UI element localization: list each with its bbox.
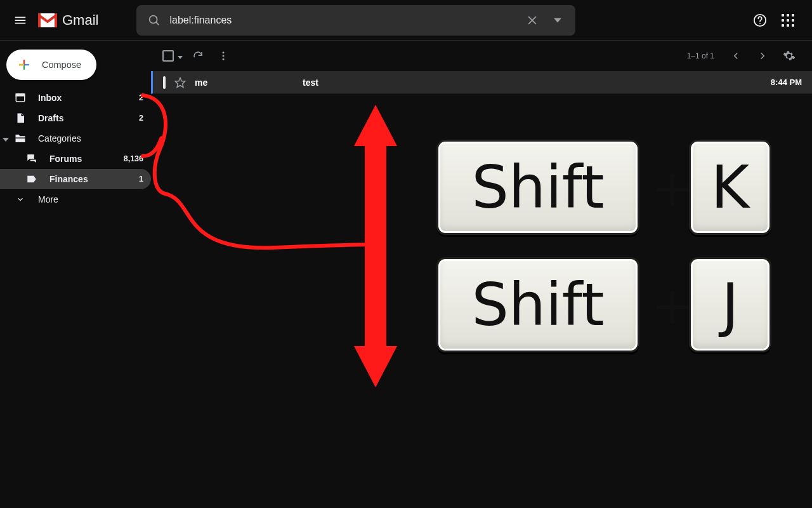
sidebar-item-more[interactable]: More — [0, 189, 151, 210]
sidebar-item-count: 2 — [139, 114, 143, 123]
sidebar-item-finances[interactable]: Finances 1 — [0, 169, 151, 189]
sidebar-item-categories[interactable]: Categories — [0, 128, 151, 149]
search-input[interactable] — [167, 15, 520, 26]
refresh-button[interactable] — [185, 43, 211, 69]
close-icon — [526, 14, 539, 27]
header: Gmail — [0, 0, 812, 41]
prev-page-button[interactable] — [723, 43, 749, 69]
settings-button[interactable] — [776, 43, 802, 69]
email-time: 8:44 PM — [771, 77, 802, 87]
sidebar-item-forums[interactable]: Forums 8,136 — [0, 149, 151, 169]
help-icon — [753, 13, 767, 27]
pagination-count: 1–1 of 1 — [687, 51, 714, 60]
svg-point-12 — [223, 55, 225, 57]
sidebar: Compose Inbox 2 Drafts 2 — [0, 41, 151, 508]
plus-icon — [15, 56, 33, 74]
email-sender: me — [195, 77, 303, 88]
categories-icon — [14, 132, 27, 145]
sidebar-item-count: 1 — [139, 175, 143, 184]
support-button[interactable] — [746, 6, 774, 34]
google-apps-button[interactable] — [774, 6, 802, 34]
row-star-button[interactable] — [174, 77, 186, 88]
svg-point-13 — [223, 58, 225, 60]
sidebar-item-drafts[interactable]: Drafts 2 — [0, 108, 151, 128]
caret-down-icon — [554, 17, 561, 24]
checkbox-icon — [163, 76, 166, 89]
caret-down-icon — [3, 133, 11, 144]
search-button[interactable] — [141, 8, 167, 33]
mail-toolbar: 1–1 of 1 — [151, 41, 812, 71]
refresh-icon — [192, 50, 204, 62]
gmail-logo-icon — [38, 13, 57, 27]
svg-rect-10 — [16, 94, 25, 96]
caret-down-icon — [178, 50, 183, 62]
main-menu-button[interactable] — [5, 5, 36, 36]
forums-icon — [25, 152, 38, 165]
search-clear-button[interactable] — [520, 8, 545, 33]
chevron-down-icon — [14, 193, 27, 206]
email-subject: test — [303, 77, 771, 88]
search-bar — [136, 5, 575, 36]
checkbox-icon — [162, 50, 174, 62]
svg-rect-2 — [55, 13, 57, 27]
sidebar-item-label: Finances — [49, 174, 139, 184]
svg-point-8 — [759, 23, 761, 24]
gear-icon — [783, 50, 796, 62]
hamburger-icon — [13, 13, 27, 27]
apps-grid-icon — [782, 14, 794, 27]
svg-line-4 — [156, 22, 159, 24]
row-checkbox[interactable] — [163, 77, 166, 88]
more-vert-icon — [218, 50, 229, 62]
sidebar-item-inbox[interactable]: Inbox 2 — [0, 88, 151, 108]
main-panel: 1–1 of 1 me test 8:44 PM — [151, 41, 812, 508]
email-row[interactable]: me test 8:44 PM — [151, 71, 812, 94]
sidebar-item-count: 8,136 — [124, 154, 143, 163]
select-all-checkbox[interactable] — [160, 43, 185, 69]
gmail-logo[interactable]: Gmail — [38, 12, 98, 29]
more-actions-button[interactable] — [211, 43, 236, 69]
drafts-icon — [14, 112, 27, 124]
search-options-button[interactable] — [545, 8, 570, 33]
compose-button[interactable]: Compose — [6, 50, 96, 80]
star-outline-icon — [174, 77, 186, 88]
gmail-logo-text: Gmail — [62, 12, 98, 29]
next-page-button[interactable] — [750, 43, 775, 69]
search-icon — [147, 13, 161, 27]
svg-marker-14 — [176, 77, 185, 87]
inbox-icon — [14, 91, 27, 104]
sidebar-item-count: 2 — [139, 93, 143, 102]
compose-label: Compose — [42, 60, 81, 70]
svg-point-3 — [150, 15, 157, 23]
svg-rect-1 — [38, 13, 41, 27]
chevron-right-icon — [757, 50, 768, 62]
sidebar-item-label: Categories — [38, 133, 143, 144]
chevron-left-icon — [730, 50, 742, 62]
svg-point-11 — [223, 51, 225, 53]
label-icon — [25, 173, 38, 185]
sidebar-item-label: Forums — [49, 154, 124, 164]
sidebar-item-label: Inbox — [38, 93, 139, 103]
sidebar-item-label: Drafts — [38, 113, 139, 123]
sidebar-item-label: More — [38, 194, 143, 204]
